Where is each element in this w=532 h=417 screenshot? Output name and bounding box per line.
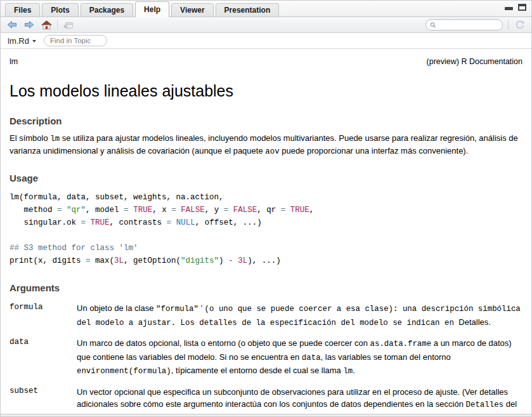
argument-row: formulaUn objeto de la clase "formula" ’…	[10, 302, 522, 329]
inline-code: Detalles	[466, 400, 504, 409]
pane-bottom-edge	[1, 414, 531, 416]
help-pane: FilesPlotsPackagesHelpViewerPresentation	[0, 0, 532, 417]
toolbar-separator	[57, 20, 58, 30]
tab-help[interactable]: Help	[135, 1, 169, 17]
text-segment: Un vector opcional que especifica un sub…	[77, 387, 508, 409]
refresh-icon	[515, 20, 525, 30]
text-segment: , las variables se toman del entorno	[321, 352, 451, 362]
argument-name: subset	[10, 386, 77, 414]
inline-code: environment(formula)	[77, 367, 171, 376]
search-icon	[430, 22, 436, 29]
help-search-box	[425, 19, 503, 30]
text-segment: El símbolo	[10, 133, 50, 143]
pane-tabbar: FilesPlotsPackagesHelpViewerPresentation	[1, 1, 531, 17]
back-arrow-icon	[7, 21, 17, 29]
maximize-icon[interactable]	[518, 4, 526, 11]
inline-code: lm	[343, 367, 353, 376]
doc-topic-name: lm	[10, 57, 18, 66]
popout-button[interactable]	[62, 19, 75, 31]
code-line: print(x, digits = max(3L, getOption("dig…	[10, 255, 522, 267]
inline-code: "formula"	[156, 305, 198, 314]
topic-label: lm.Rd	[8, 36, 29, 46]
code-line	[10, 229, 522, 242]
home-button[interactable]	[40, 19, 53, 31]
description-paragraph: El símbolo lm se utiliza para ajustar mo…	[10, 133, 522, 157]
tab-files[interactable]: Files	[5, 3, 40, 17]
refresh-button[interactable]	[514, 19, 526, 31]
doc-meta-row: lm (preview) R Documentation	[10, 57, 522, 66]
argument-description: Un objeto de la clase "formula" ’ (o uno…	[77, 302, 522, 329]
toolbar-separator	[508, 20, 509, 30]
argument-row: subsetUn vector opcional que especifica …	[10, 386, 522, 414]
find-in-topic-input[interactable]	[44, 35, 107, 46]
chevron-down-icon	[32, 40, 36, 43]
text-segment: , típicamente el entorno desde el cual s…	[171, 366, 344, 375]
topic-dropdown[interactable]: lm.Rd	[8, 36, 36, 46]
argument-description: Un vector opcional que especifica un sub…	[77, 386, 522, 414]
tab-viewer[interactable]: Viewer	[171, 3, 213, 17]
argument-name: data	[10, 337, 77, 378]
forward-arrow-icon	[24, 21, 34, 29]
code-line: method = "qr", model = TRUE, x = FALSE, …	[10, 204, 522, 216]
argument-name: formula	[10, 302, 77, 329]
section-heading-arguments: Arguments	[10, 282, 522, 293]
help-toolbar	[1, 17, 531, 33]
argument-description: Un marco de datos opcional, lista o ento…	[77, 337, 522, 378]
text-segment: .)	[172, 413, 177, 414]
popout-window-icon	[63, 21, 74, 29]
search-input[interactable]	[439, 21, 498, 29]
text-segment: .	[353, 366, 355, 375]
help-content: lm (preview) R Documentation Los modelos…	[1, 49, 531, 414]
back-button[interactable]	[6, 19, 18, 31]
topic-bar: lm.Rd	[1, 33, 531, 49]
doc-type-label: (preview) R Documentation	[427, 57, 522, 66]
inline-code: aov	[265, 147, 279, 156]
tab-packages[interactable]: Packages	[81, 3, 133, 17]
argument-row: dataUn marco de datos opcional, lista o …	[10, 337, 522, 378]
minimize-icon[interactable]	[505, 7, 513, 10]
forward-button[interactable]	[23, 19, 36, 31]
home-icon	[41, 20, 52, 30]
text-segment: Un marco de datos opcional, lista o ento…	[77, 338, 370, 348]
window-controls	[505, 4, 526, 11]
text-segment: ’	[198, 303, 205, 313]
arguments-table: formulaUn objeto de la clase "formula" ’…	[10, 302, 522, 414]
usage-code-block: lm(formula, data, subset, weights, na.ac…	[10, 191, 522, 267]
inline-code: data	[302, 354, 321, 362]
page-title: Los modelos lineales ajustables	[10, 82, 522, 100]
text-segment: Detalles.	[458, 317, 491, 327]
section-heading-description: Description	[10, 116, 522, 126]
code-line: singular.ok = TRUE, contrasts = NULL, of…	[10, 216, 522, 229]
code-line: lm(formula, data, subset, weights, na.ac…	[10, 191, 522, 204]
inline-code: lm	[50, 135, 60, 143]
section-heading-usage: Usage	[10, 173, 522, 183]
text-segment: Un objeto de la clase	[77, 303, 156, 313]
inline-code: as.data.frame	[370, 340, 432, 348]
text-segment: puede proporcionar una interfaz más conv…	[280, 146, 469, 156]
tab-plots[interactable]: Plots	[42, 3, 78, 17]
tab-presentation[interactable]: Presentation	[216, 3, 280, 17]
code-line: ## S3 method for class 'lm'	[10, 242, 522, 255]
